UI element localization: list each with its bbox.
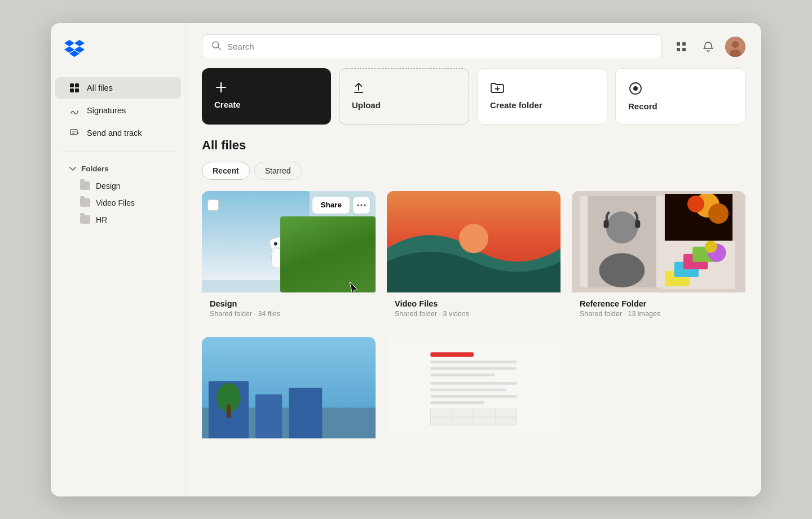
page-title: All files [202, 138, 745, 153]
svg-point-28 [358, 204, 359, 206]
file-info-design: Design Shared folder · 34 files [202, 292, 376, 326]
files-section: All files Recent Starred [186, 138, 761, 496]
sidebar-item-all-files[interactable]: All files [55, 77, 181, 99]
share-button[interactable]: Share [312, 197, 350, 214]
record-label: Record [628, 101, 657, 111]
svg-rect-9 [682, 42, 686, 46]
folders-label: Folders [81, 165, 109, 173]
file-grid: Share [202, 191, 745, 455]
file-meta: Shared folder · 13 images [580, 310, 738, 318]
create-card[interactable]: Create [202, 68, 331, 125]
folder-icon [80, 181, 90, 190]
create-folder-card[interactable]: Create folder [477, 68, 607, 125]
svg-rect-8 [677, 42, 680, 46]
folder-icon [80, 198, 90, 207]
tab-bar: Recent Starred [202, 162, 745, 180]
sidebar-nav: All files Signatures [51, 77, 186, 144]
svg-rect-52 [255, 394, 282, 438]
svg-line-7 [218, 47, 221, 50]
svg-rect-61 [430, 382, 517, 385]
file-actions: Share [312, 197, 370, 214]
plus-icon [214, 81, 228, 94]
svg-rect-36 [604, 220, 609, 228]
file-card-design[interactable]: Share [202, 191, 376, 326]
signatures-icon [69, 105, 80, 116]
topbar-actions [671, 37, 745, 57]
send-track-icon [69, 127, 80, 139]
svg-rect-58 [430, 361, 517, 363]
main-content: Create Upload [186, 23, 761, 496]
folder-label: Design [96, 181, 121, 190]
folder-label: Video Files [96, 198, 135, 207]
avatar[interactable] [725, 37, 745, 57]
action-cards: Create Upload [186, 68, 761, 138]
record-icon [628, 81, 643, 96]
svg-rect-57 [430, 352, 474, 357]
svg-rect-2 [70, 88, 74, 92]
upload-icon [352, 81, 365, 95]
sidebar-item-label: Send and track [87, 128, 142, 137]
folder-plus-icon [490, 81, 505, 95]
grid-button[interactable] [671, 37, 691, 57]
tab-recent[interactable]: Recent [202, 162, 250, 180]
svg-rect-53 [289, 388, 322, 438]
file-thumb-video [387, 191, 561, 292]
search-box[interactable] [202, 34, 662, 59]
file-thumb-bottom-left [202, 337, 376, 438]
svg-rect-3 [75, 88, 79, 92]
logo[interactable] [51, 39, 186, 77]
svg-rect-10 [677, 48, 680, 51]
svg-point-48 [705, 241, 717, 253]
file-meta: Shared folder · 34 files [210, 310, 368, 318]
svg-point-32 [459, 224, 488, 253]
file-info-bottom-left [202, 438, 376, 455]
notifications-button[interactable] [698, 37, 718, 57]
svg-point-35 [599, 253, 645, 287]
folder-item-design[interactable]: Design [55, 178, 181, 194]
file-info-reference: Reference Folder Shared folder · 13 imag… [572, 292, 745, 326]
create-folder-label: Create folder [490, 100, 542, 110]
svg-rect-63 [430, 395, 517, 398]
file-overlay: Share [208, 197, 370, 214]
sidebar-folders: Design Video Files HR [51, 178, 186, 228]
file-meta: Shared folder · 3 videos [395, 310, 553, 318]
svg-point-30 [364, 204, 366, 206]
svg-point-22 [633, 86, 638, 91]
svg-rect-59 [430, 367, 517, 370]
sidebar-item-label: All files [87, 83, 113, 92]
tab-starred[interactable]: Starred [254, 162, 302, 180]
file-thumb-reference [572, 191, 745, 292]
sidebar-item-send-and-track[interactable]: Send and track [55, 122, 181, 144]
search-icon [211, 41, 222, 53]
sidebar-divider [62, 152, 174, 152]
file-card-video-files[interactable]: Video Files Shared folder · 3 videos [387, 191, 561, 326]
folders-header[interactable]: Folders [55, 160, 181, 178]
svg-rect-0 [70, 83, 74, 87]
more-button[interactable] [353, 197, 370, 214]
avatar-image [725, 37, 745, 57]
svg-point-40 [687, 196, 704, 212]
sidebar-item-signatures[interactable]: Signatures [55, 100, 181, 121]
file-card-bottom-left[interactable] [202, 337, 376, 455]
file-card-reference[interactable]: Reference Folder Shared folder · 13 imag… [572, 191, 745, 326]
sidebar: All files Signatures [51, 23, 186, 496]
sidebar-item-label: Signatures [87, 106, 126, 115]
search-input[interactable] [227, 42, 652, 51]
file-checkbox[interactable] [208, 199, 219, 211]
file-name: Design [210, 299, 368, 308]
file-info-bottom-right [387, 438, 561, 455]
svg-rect-64 [430, 401, 484, 404]
svg-rect-62 [430, 388, 506, 391]
svg-rect-37 [636, 220, 641, 228]
file-info-video: Video Files Shared folder · 3 videos [387, 292, 561, 326]
folder-item-hr[interactable]: HR [55, 211, 181, 228]
all-files-icon [69, 82, 80, 94]
folder-item-video-files[interactable]: Video Files [55, 194, 181, 211]
file-name: Reference Folder [580, 299, 738, 308]
svg-rect-1 [75, 83, 79, 87]
upload-card[interactable]: Upload [339, 68, 469, 125]
file-card-bottom-right[interactable] [387, 337, 561, 455]
app-window: All files Signatures [51, 23, 761, 496]
svg-rect-55 [227, 404, 231, 418]
record-card[interactable]: Record [615, 68, 745, 125]
